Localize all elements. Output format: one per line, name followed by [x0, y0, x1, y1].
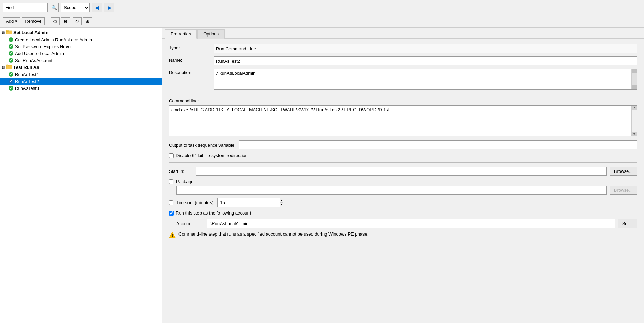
tab-properties[interactable]: Properties	[165, 29, 197, 39]
validate-icon: ⊞	[85, 19, 89, 24]
output-var-input[interactable]	[239, 140, 637, 149]
refresh-icon: ↻	[75, 19, 79, 24]
add-dropdown-arrow-icon: ▾	[15, 19, 17, 24]
tree-item-label-4: Set RunAsAccount	[15, 58, 52, 63]
type-label: Type:	[169, 44, 214, 50]
tree-item-add-user[interactable]: ✓ Add User to Local Admin	[0, 50, 162, 57]
svg-text:!: !	[172, 233, 173, 237]
timeout-row: Time-out (minutes): ▲ ▼	[169, 198, 637, 207]
move-up-button[interactable]: ⊙	[51, 17, 60, 25]
move-down-button[interactable]: ⊕	[61, 17, 70, 25]
account-row: Account: Set...	[169, 219, 637, 228]
check-icon-4: ✓	[8, 58, 14, 63]
run-as-row: Run this step as the following account	[169, 210, 637, 216]
task-tree-panel: ⊟ Set Local Admin ✓ Create Local Admin R…	[0, 28, 162, 323]
tree-item-create-local-admin[interactable]: ✓ Create Local Admin RunAsLocalAdmin	[0, 36, 162, 43]
description-row: Description: .\RunAsLocalAdmin	[169, 69, 637, 90]
tree-item-label-5: RunAsTest1	[15, 72, 39, 77]
start-in-browse-button[interactable]: Browse...	[610, 167, 637, 176]
disable-redirection-label[interactable]: Disable 64-bit file system redirection	[176, 153, 248, 158]
remove-button[interactable]: Remove	[22, 17, 44, 25]
tab-options[interactable]: Options	[197, 29, 225, 39]
package-browse-button[interactable]: Browse...	[610, 186, 637, 195]
tree-item-runastest3[interactable]: ✓ RunAsTest3	[0, 85, 162, 92]
spinner-buttons: ▲ ▼	[280, 198, 283, 207]
command-line-label: Command line:	[169, 98, 637, 103]
disable-redirection-checkbox[interactable]	[169, 153, 174, 158]
add-button[interactable]: Add ▾	[3, 17, 20, 25]
spinner-down-button[interactable]: ▼	[280, 203, 283, 207]
tree-item-label-2: Set Password Expires Never	[15, 44, 72, 49]
validate-button[interactable]: ⊞	[83, 17, 92, 25]
search-icon: 🔍	[51, 5, 57, 10]
group2-label: Test Run As	[13, 65, 39, 70]
scope-select[interactable]: Scope All Selection	[61, 3, 90, 12]
warning-icon: !	[169, 231, 176, 238]
tree-group-set-local-admin[interactable]: ⊟ Set Local Admin	[0, 29, 162, 36]
warning-text: Command-line step that runs as a specifi…	[178, 231, 368, 237]
folder-icon	[6, 30, 12, 35]
tree-item-runastest2[interactable]: ✓ RunAsTest2	[0, 78, 162, 85]
refresh-button[interactable]: ↻	[73, 17, 82, 25]
command-line-text[interactable]: cmd.exe /c REG ADD "HKEY_LOCAL_MACHINE\S…	[169, 106, 631, 136]
cmd-scroll-down[interactable]: ▼	[632, 132, 637, 136]
tree-group-test-run-as[interactable]: ⊟ Test Run As	[0, 64, 162, 71]
desc-scrollbar-down[interactable]	[632, 85, 637, 89]
timeout-label[interactable]: Time-out (minutes):	[176, 200, 215, 205]
start-in-label: Start in:	[169, 169, 193, 174]
expand-icon-2: ⊟	[1, 65, 6, 70]
warning-row: ! Command-line step that runs as a speci…	[169, 230, 637, 240]
run-as-label[interactable]: Run this step as the following account	[176, 210, 251, 216]
timeout-checkbox[interactable]	[169, 200, 173, 205]
tree-item-set-runasaccount[interactable]: ✓ Set RunAsAccount	[0, 57, 162, 64]
start-in-input[interactable]	[196, 167, 607, 176]
search-button[interactable]: 🔍	[50, 3, 59, 12]
desc-scrollbar-thumb[interactable]	[632, 73, 637, 85]
description-label: Description:	[169, 69, 214, 75]
account-input[interactable]	[207, 219, 615, 228]
check-icon-3: ✓	[8, 51, 14, 56]
name-input[interactable]	[214, 56, 637, 65]
package-label[interactable]: Package:	[176, 179, 195, 184]
name-value-container	[214, 56, 637, 65]
package-input[interactable]	[176, 186, 607, 195]
desc-scrollbar-up[interactable]	[632, 69, 637, 73]
type-input[interactable]	[214, 44, 637, 53]
check-icon-2: ✓	[8, 44, 14, 49]
disable-redirection-row: Disable 64-bit file system redirection	[169, 153, 637, 158]
forward-button[interactable]: ▶	[104, 3, 114, 12]
tree-item-label-1: Create Local Admin RunAsLocalAdmin	[15, 37, 92, 42]
set-button[interactable]: Set...	[618, 219, 637, 228]
cmd-scroll-track	[632, 110, 637, 132]
spinner-up-button[interactable]: ▲	[280, 198, 283, 203]
forward-arrow-icon: ▶	[108, 5, 111, 10]
description-text[interactable]: .\RunAsLocalAdmin	[214, 69, 631, 89]
move-up-icon: ⊙	[53, 19, 57, 24]
account-label: Account:	[176, 221, 204, 226]
back-button[interactable]: ◀	[92, 3, 102, 12]
properties-content: Type: Name: Description: .\RunAsLocalAdm…	[162, 39, 644, 323]
output-var-label: Output to task sequence variable:	[169, 143, 236, 148]
timeout-input[interactable]	[218, 198, 280, 207]
action-toolbar: Add ▾ Remove ⊙ ⊕ ↻ ⊞	[0, 15, 644, 28]
package-input-row: Browse...	[169, 186, 637, 195]
expand-icon: ⊟	[1, 31, 6, 35]
tab-bar: Properties Options	[162, 28, 644, 39]
check-icon-7: ✓	[8, 85, 14, 91]
check-icon-1: ✓	[8, 37, 14, 42]
section-divider-1	[169, 94, 637, 94]
svg-rect-4	[6, 65, 8, 66]
tree-item-runastest1[interactable]: ✓ RunAsTest1	[0, 71, 162, 78]
start-in-row: Start in: Browse...	[169, 167, 637, 176]
run-as-checkbox[interactable]	[169, 211, 174, 216]
section-divider-2	[169, 162, 637, 163]
type-value-container	[214, 44, 637, 53]
package-checkbox[interactable]	[169, 179, 173, 184]
cmd-scroll-up[interactable]: ▲	[632, 106, 637, 110]
remove-label: Remove	[25, 19, 41, 24]
find-input[interactable]	[3, 3, 48, 12]
group1-label: Set Local Admin	[13, 30, 48, 35]
main-content: ⊟ Set Local Admin ✓ Create Local Admin R…	[0, 28, 644, 323]
tree-item-set-password[interactable]: ✓ Set Password Expires Never	[0, 43, 162, 50]
name-row: Name:	[169, 56, 637, 65]
